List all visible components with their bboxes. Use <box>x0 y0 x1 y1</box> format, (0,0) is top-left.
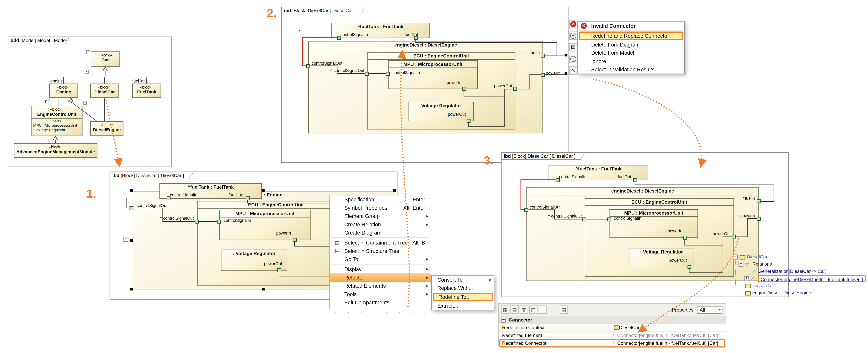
menu-item-tools[interactable]: Tools▸ <box>330 290 431 298</box>
bdd-diagram-frame[interactable]: bdd [Model] Model [ Model ] + + + «block… <box>8 37 172 167</box>
tree-expander-icon[interactable]: − <box>739 262 743 267</box>
tree-item-dieselcar[interactable]: − DieselCar <box>732 254 868 261</box>
zoom-in-button[interactable]: + <box>569 31 577 40</box>
branch-expander-icon[interactable]: + <box>86 51 90 54</box>
menu-item-redefine-and-replace-connector[interactable]: Redefine and Replace Connector <box>579 31 683 40</box>
port-mpu-controlsignalin[interactable] <box>217 220 221 224</box>
menu-item-ignore[interactable]: Ignore <box>578 57 684 65</box>
port-ecu-powerout[interactable] <box>732 234 736 238</box>
menu-item-replace-with[interactable]: Replace With... <box>432 284 494 292</box>
port-mpu-powerin[interactable] <box>683 236 687 239</box>
port-fuelout[interactable] <box>414 36 418 40</box>
menu-item-create-diagram[interactable]: Create Diagram <box>330 228 431 237</box>
selection-handle[interactable] <box>130 288 133 290</box>
port-mpu-powerin[interactable] <box>462 87 466 91</box>
menu-item-refactor[interactable]: Refactor▸ <box>330 274 431 282</box>
categorized-view-button[interactable]: ▦ <box>501 306 509 314</box>
block-dieselengine[interactable]: «block» DieselEngine <box>90 121 123 136</box>
port-ecu-powerout[interactable] <box>513 87 517 91</box>
selection-handle[interactable] <box>130 189 133 192</box>
tree-item-relations[interactable]: − ⇄ Relations <box>732 261 868 268</box>
ibd-frame-2[interactable]: ibd [Block] DieselCar [ DieselCar ] engi… <box>281 7 569 163</box>
port-fuelout[interactable] <box>633 178 637 182</box>
port-vr-powerout[interactable] <box>467 119 471 123</box>
port-controlsignalout[interactable] <box>524 208 528 212</box>
options-button[interactable]: ≡ <box>539 306 547 314</box>
tree-item-connector[interactable]: + ↗ Connector[engineDiesel.fuelIn - fuel… <box>732 275 868 282</box>
port-vr-powerout[interactable] <box>687 265 691 269</box>
menu-item-display[interactable]: Display▸ <box>330 265 431 273</box>
tree-expander-icon[interactable]: + <box>744 276 749 281</box>
port-ed-fuelin[interactable] <box>757 199 761 203</box>
part-mpu[interactable]: MPU : MicroprocessorUnit <box>610 209 698 238</box>
block-engine[interactable]: «block» Engine <box>49 84 78 98</box>
properties-filter-select[interactable]: All▾ <box>697 306 722 314</box>
tree-expander-icon[interactable]: − <box>733 255 738 259</box>
port-inherited-controlsignalout[interactable] <box>582 218 586 221</box>
menu-item-select-in-validation-results[interactable]: Select in Validation Results <box>578 65 684 73</box>
port-ed-fuelin[interactable] <box>541 54 545 58</box>
menu-item-related-elements[interactable]: Related Elements▸ <box>330 282 431 290</box>
zoom-out-button[interactable]: − <box>569 55 577 63</box>
menu-item-select-in-structure-tree[interactable]: ▤Select in Structure Tree <box>330 247 431 255</box>
port-vr-powerout[interactable] <box>277 268 281 272</box>
menu-item-go-to[interactable]: Go To▸ <box>330 255 431 263</box>
part-voltage-regulator[interactable]: Voltage Regulator <box>408 102 474 121</box>
tree-item-generalization[interactable]: ↗ Generalization[DieselCar -> Car] <box>732 268 868 275</box>
port-inherited-controlsignalout[interactable] <box>365 72 369 76</box>
property-value[interactable]: ↗Connector[engine.fuelIn - fuelTank.fuel… <box>608 332 726 339</box>
port-controlsignalout[interactable] <box>129 206 133 210</box>
menu-item-specification[interactable]: SpecificationEnter <box>330 195 431 203</box>
port-controlsignalin[interactable] <box>166 196 170 200</box>
property-value[interactable]: ↗Connector[engine.fuelIn - fuelTank.fuel… <box>608 340 726 347</box>
expert-view-button[interactable]: ▥ <box>520 306 528 314</box>
selection-handle[interactable] <box>130 239 133 242</box>
menu-item-redefine-to[interactable]: Redefine To... <box>433 293 493 301</box>
menu-item-element-group[interactable]: Element Group▸ <box>330 212 431 220</box>
property-value[interactable]: DieselCar <box>608 324 726 331</box>
port-controlsignalin[interactable] <box>337 36 341 40</box>
selection-handle[interactable] <box>262 189 265 192</box>
menu-item-select-in-containment-tree[interactable]: ▤Select in Containment TreeAlt+B <box>330 238 431 247</box>
selection-handle[interactable] <box>262 288 265 290</box>
menu-item-extract[interactable]: Extract... <box>432 301 494 310</box>
selection-handle[interactable] <box>393 189 396 192</box>
block-advancedenginemanagementmodule[interactable]: «block» AdvancedEngineManagementModule <box>14 143 97 158</box>
connector-endpoint[interactable] <box>565 54 567 57</box>
port-mpu-controlsignalin[interactable] <box>386 72 390 76</box>
group-expander-icon[interactable]: − <box>501 318 506 322</box>
part-voltage-regulator[interactable]: : Voltage Regulator <box>629 248 694 267</box>
port-mpu-powerin[interactable] <box>293 238 297 242</box>
port-fuelout[interactable] <box>246 196 250 200</box>
validation-severity-button[interactable]: × <box>569 20 577 28</box>
menu-item-convert-to[interactable]: Convert To▸ <box>432 276 494 284</box>
collapse-icon[interactable]: − <box>123 237 128 242</box>
block-dieselcar[interactable]: «block» DieselCar <box>90 84 119 98</box>
alphabetical-view-button[interactable]: ▤ <box>510 306 519 314</box>
port-ed-powerin[interactable] <box>757 217 761 221</box>
property-group-connector[interactable]: − Connector <box>499 316 726 324</box>
menu-item-delete-from-model[interactable]: Delete from Model <box>578 49 684 57</box>
branch-expander-icon[interactable]: + <box>83 101 87 104</box>
part-voltage-regulator[interactable]: : Voltage Regulator <box>221 250 287 271</box>
menu-item-edit-compartments[interactable]: Edit Compartments <box>330 298 431 307</box>
port-controlsignalout[interactable] <box>306 64 310 68</box>
tree-item-enginediesel[interactable]: engineDiesel : DieselEngine <box>732 289 868 297</box>
block-car[interactable]: «block» Car <box>91 52 120 67</box>
port-ed-powerin[interactable] <box>541 73 545 77</box>
connector-endpoint[interactable] <box>565 72 567 75</box>
menu-item-delete-from-diagram[interactable]: Delete from Diagram <box>578 40 684 49</box>
history-button[interactable]: ▤ <box>560 306 568 314</box>
block-fueltank[interactable]: «block» FuelTank <box>132 84 161 98</box>
menu-item-symbol-properties[interactable]: Symbol PropertiesAlt+Enter <box>330 204 431 212</box>
port-controlsignalin[interactable] <box>556 178 560 182</box>
menu-item-create-relation[interactable]: Create Relation▸ <box>330 220 431 228</box>
customize-view-button[interactable]: ▧ <box>529 306 537 314</box>
validation-results-button[interactable]: ▤ <box>569 43 577 52</box>
port-inherited-controlsignalout[interactable] <box>195 220 199 224</box>
block-enginecontrolunit[interactable]: «block» EngineControlUnit parts MPU : Mi… <box>31 106 83 136</box>
navigate-button[interactable]: ↖ <box>569 66 577 75</box>
tree-item-dieselcar-2[interactable]: DieselCar <box>732 282 868 289</box>
part-mpu[interactable]: MPU : MicroprocessorUnit <box>219 210 311 240</box>
branch-expander-icon[interactable]: + <box>85 70 89 74</box>
